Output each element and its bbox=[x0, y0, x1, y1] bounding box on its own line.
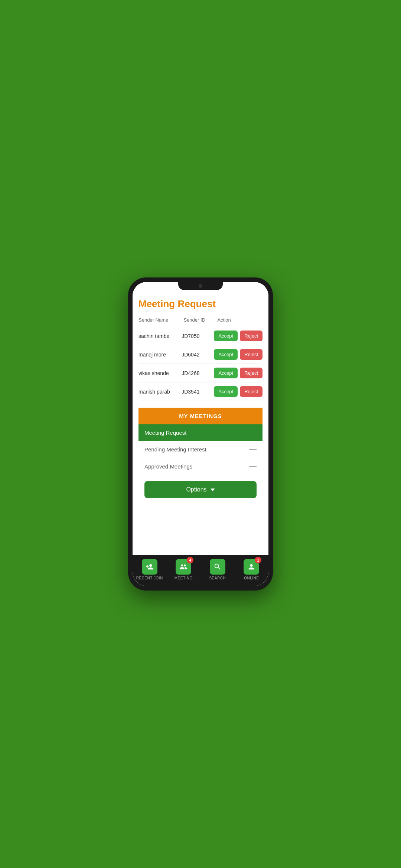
col-header-id: Sender ID bbox=[183, 317, 217, 323]
options-label: Options bbox=[186, 486, 206, 493]
nav-tab-recent-join[interactable]: RECENT JOIN bbox=[133, 559, 167, 580]
col-header-action: Action bbox=[218, 317, 263, 323]
row-action: Accept Reject bbox=[214, 368, 263, 378]
row-sender-id: JD4268 bbox=[182, 370, 214, 376]
row-sender-id: JD7050 bbox=[182, 333, 214, 339]
accept-button[interactable]: Accept bbox=[214, 368, 238, 378]
phone-notch bbox=[178, 282, 223, 290]
nav-tab-meeting[interactable]: 4 MEETING bbox=[167, 559, 201, 580]
chevron-down-icon bbox=[211, 489, 215, 491]
nav-section: MY MEETINGS Meeting Request Pending Meet… bbox=[138, 408, 263, 475]
row-sender-name: sachin tambe bbox=[138, 333, 182, 339]
row-sender-id: JD3541 bbox=[182, 389, 214, 395]
nav-item-label: Pending Meeting Interest bbox=[144, 446, 206, 453]
reject-button[interactable]: Reject bbox=[240, 368, 263, 378]
main-content: Meeting Request Sender Name Sender ID Ac… bbox=[133, 292, 268, 534]
row-sender-name: manoj more bbox=[138, 352, 182, 358]
table-rows: sachin tambe JD7050 Accept Reject manoj … bbox=[138, 327, 263, 401]
bottom-nav: RECENT JOIN 4 MEETING SEARCH bbox=[133, 555, 268, 586]
nav-tab-label: SEARCH bbox=[209, 576, 226, 580]
camera bbox=[199, 284, 202, 288]
phone-frame: Meeting Request Sender Name Sender ID Ac… bbox=[128, 277, 273, 591]
row-action: Accept Reject bbox=[214, 331, 263, 341]
meeting-icon-bg: 4 bbox=[176, 559, 191, 575]
recent-join-icon-bg bbox=[142, 559, 157, 575]
reject-button[interactable]: Reject bbox=[240, 349, 263, 360]
search-icon-bg bbox=[210, 559, 225, 575]
nav-tab-label: RECENT JOIN bbox=[136, 576, 163, 580]
meeting-badge: 4 bbox=[187, 557, 193, 563]
online-badge: 1 bbox=[255, 557, 261, 563]
nav-item-approved-meetings[interactable]: Approved Meetings bbox=[138, 458, 263, 475]
nav-item-label: Approved Meetings bbox=[144, 463, 192, 470]
empty-space bbox=[138, 504, 263, 534]
search-icon bbox=[213, 563, 222, 571]
table-row: manoj more JD6042 Accept Reject bbox=[138, 345, 263, 364]
nav-tab-search[interactable]: SEARCH bbox=[200, 559, 235, 580]
col-header-name: Sender Name bbox=[138, 317, 183, 323]
table-row: vikas shende JD4268 Accept Reject bbox=[138, 364, 263, 382]
online-icon-bg: 1 bbox=[244, 559, 259, 575]
online-icon bbox=[247, 563, 255, 571]
row-sender-name: manish parab bbox=[138, 389, 182, 395]
nav-item-dash-icon bbox=[249, 466, 257, 467]
phone-screen: Meeting Request Sender Name Sender ID Ac… bbox=[133, 282, 268, 586]
nav-item-dash-icon bbox=[249, 449, 257, 450]
table-header: Sender Name Sender ID Action bbox=[138, 315, 263, 325]
table-row: sachin tambe JD7050 Accept Reject bbox=[138, 327, 263, 345]
row-action: Accept Reject bbox=[214, 349, 263, 360]
accept-button[interactable]: Accept bbox=[214, 386, 238, 397]
screen-content: Meeting Request Sender Name Sender ID Ac… bbox=[133, 282, 268, 555]
options-button[interactable]: Options bbox=[144, 481, 257, 498]
nav-tab-label: MEETING bbox=[175, 576, 193, 580]
accept-button[interactable]: Accept bbox=[214, 349, 238, 360]
page-title: Meeting Request bbox=[138, 298, 263, 310]
recent-join-icon bbox=[146, 563, 154, 571]
row-action: Accept Reject bbox=[214, 386, 263, 397]
reject-button[interactable]: Reject bbox=[240, 386, 263, 397]
nav-tab-label: ONLINE bbox=[244, 576, 259, 580]
accept-button[interactable]: Accept bbox=[214, 331, 238, 341]
row-sender-name: vikas shende bbox=[138, 370, 182, 376]
row-sender-id: JD6042 bbox=[182, 352, 214, 358]
nav-item-pending-meeting[interactable]: Pending Meeting Interest bbox=[138, 441, 263, 458]
options-section: Options bbox=[138, 475, 263, 504]
meeting-icon bbox=[179, 563, 188, 571]
nav-tab-online[interactable]: 1 ONLINE bbox=[235, 559, 269, 580]
table-row: manish parab JD3541 Accept Reject bbox=[138, 382, 263, 401]
reject-button[interactable]: Reject bbox=[240, 331, 263, 341]
nav-item-meeting-request[interactable]: Meeting Request bbox=[138, 424, 263, 441]
nav-section-title: MY MEETINGS bbox=[138, 408, 263, 424]
